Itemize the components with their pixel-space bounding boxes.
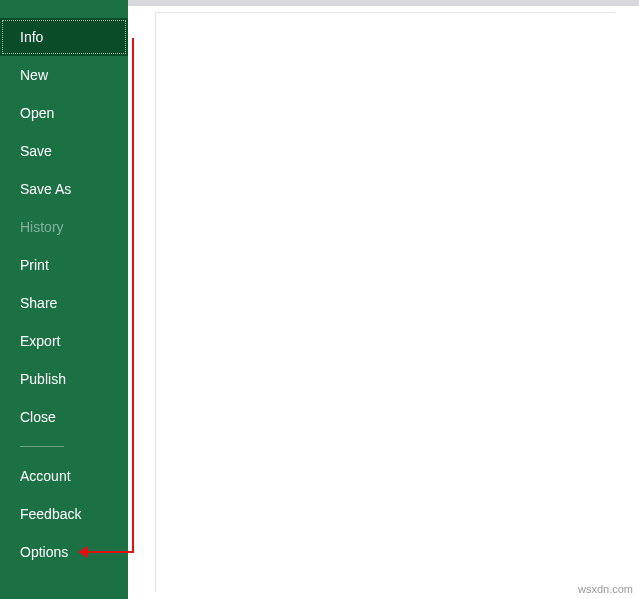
watermark-text: wsxdn.com <box>578 583 633 595</box>
title-bar-strip <box>128 0 639 6</box>
menu-item-print[interactable]: Print <box>0 246 128 284</box>
backstage-sidebar: Info New Open Save Save As History Print… <box>0 0 128 599</box>
menu-item-save-as[interactable]: Save As <box>0 170 128 208</box>
menu-item-close[interactable]: Close <box>0 398 128 436</box>
backstage-content <box>155 12 615 592</box>
menu-item-save[interactable]: Save <box>0 132 128 170</box>
menu-item-history: History <box>0 208 128 246</box>
menu-item-options[interactable]: Options <box>0 533 128 571</box>
menu-item-account[interactable]: Account <box>0 457 128 495</box>
menu-item-new[interactable]: New <box>0 56 128 94</box>
menu-item-info[interactable]: Info <box>0 18 128 56</box>
menu-divider <box>20 446 64 447</box>
menu-item-open[interactable]: Open <box>0 94 128 132</box>
menu-item-feedback[interactable]: Feedback <box>0 495 128 533</box>
menu-item-share[interactable]: Share <box>0 284 128 322</box>
menu-item-publish[interactable]: Publish <box>0 360 128 398</box>
menu-item-export[interactable]: Export <box>0 322 128 360</box>
